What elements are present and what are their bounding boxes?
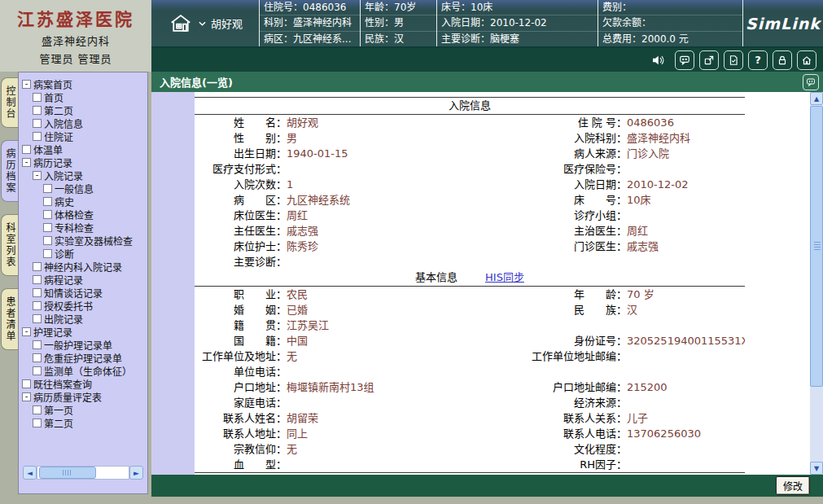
field-label: 工作单位地址邮编： — [470, 348, 627, 364]
checkbox-icon[interactable] — [33, 119, 42, 128]
collapse-icon[interactable]: - — [22, 392, 31, 401]
his-sync-link[interactable]: HIS同步 — [485, 270, 524, 286]
tree-item[interactable]: -护理记录 — [20, 325, 146, 338]
field-label: 联系人电话： — [470, 426, 627, 441]
footer-bar: 修改 — [151, 475, 823, 497]
home-icon[interactable] — [797, 50, 816, 70]
scroll-up-button[interactable]: ▲ — [810, 92, 823, 105]
tree-item[interactable]: 一般护理记录单 — [20, 338, 146, 351]
tree-item-label: 第二页 — [44, 103, 73, 117]
checkbox-icon[interactable] — [33, 301, 42, 310]
external-window-icon[interactable] — [699, 50, 719, 70]
checkbox-icon[interactable] — [43, 249, 52, 258]
field-value: 盛泽神经内科 — [627, 130, 690, 146]
sidebar-tab-2[interactable]: 病历档案 — [1, 140, 18, 202]
tree-item[interactable]: 病史 — [20, 195, 146, 208]
tree-item[interactable]: 既往档案查询 — [20, 377, 146, 390]
form-cell-right: 身份证号：32052519400115531X — [470, 333, 745, 348]
chat-icon[interactable] — [675, 50, 694, 70]
tree-item[interactable]: 知情谈话记录 — [20, 286, 146, 299]
checkbox-icon[interactable] — [33, 288, 42, 297]
tree-item[interactable]: -病历质量评定表 — [20, 390, 146, 403]
tree-item-label: 首页 — [44, 90, 63, 104]
field-label: RH因子： — [470, 457, 627, 472]
checkbox-icon[interactable] — [43, 197, 52, 206]
tree-item[interactable]: 体格检查 — [20, 208, 146, 221]
tree-item[interactable]: 病程记录 — [20, 273, 146, 286]
checkbox-icon[interactable] — [33, 262, 42, 271]
tree-item[interactable]: 体温单 — [20, 142, 146, 156]
checkbox-icon[interactable] — [33, 275, 42, 284]
scroll-right-button[interactable]: ► — [129, 466, 143, 480]
home-menu-button[interactable]: 胡好观 — [151, 0, 259, 46]
sidebar-tab-3[interactable]: 科室列表 — [1, 214, 18, 276]
help-icon[interactable]: ? — [748, 50, 768, 70]
checkbox-icon[interactable] — [33, 366, 42, 375]
lock-icon[interactable] — [773, 50, 792, 70]
form-cell-left: 入院次数：1 — [195, 177, 470, 192]
chat-icon[interactable] — [803, 74, 819, 90]
modify-button[interactable]: 修改 — [776, 476, 810, 495]
collapse-icon[interactable]: - — [22, 80, 31, 89]
tree-item-label: 专科检查 — [55, 221, 94, 234]
checkbox-icon[interactable] — [43, 210, 52, 219]
field-value: 0486036 — [627, 115, 674, 130]
collapse-icon[interactable]: - — [22, 327, 31, 336]
checkbox-icon[interactable] — [43, 184, 52, 193]
help-glyph: ? — [755, 54, 761, 66]
checkbox-icon[interactable] — [33, 93, 42, 102]
checkbox-icon[interactable] — [22, 379, 31, 388]
collapse-icon[interactable]: - — [33, 171, 42, 180]
checkbox-icon[interactable] — [33, 106, 42, 115]
tree-item[interactable]: 第一页 — [20, 403, 146, 416]
checkbox-icon[interactable] — [33, 314, 42, 323]
sidebar-tab-1[interactable]: 控制台 — [1, 77, 18, 128]
tree-item[interactable]: 实验室及器械检查 — [20, 234, 146, 247]
checkbox-icon[interactable] — [33, 419, 42, 427]
field-label: 入院科别： — [470, 130, 627, 146]
checkbox-icon[interactable] — [22, 145, 31, 154]
sidebar-horizontal-scrollbar: ◄ ► — [23, 466, 143, 480]
tree-item[interactable]: 专科检查 — [20, 221, 146, 234]
checkbox-icon[interactable] — [43, 223, 52, 232]
speaker-icon[interactable] — [649, 51, 667, 69]
field-value: 九区神经系统 — [287, 192, 350, 208]
tree-item[interactable]: 首页 — [20, 90, 146, 103]
vertical-scrollbar-thumb[interactable] — [810, 106, 823, 387]
field-value: 胡好观 — [287, 115, 318, 130]
field-label: 病 区： — [195, 192, 287, 208]
field-value: 汉 — [627, 302, 637, 318]
tree-item[interactable]: -入院记录 — [20, 169, 146, 182]
tree-item[interactable]: 监测单（生命体征） — [20, 364, 146, 377]
scroll-left-button[interactable]: ◄ — [23, 466, 37, 480]
tree-item-label: 出院记录 — [44, 312, 83, 326]
sidebar-tab-4[interactable]: 患者清单 — [1, 288, 18, 350]
tree-item[interactable]: 出院记录 — [20, 312, 146, 325]
checkbox-icon[interactable] — [43, 236, 52, 245]
tree-item[interactable]: 入院信息 — [20, 116, 146, 129]
tree-item[interactable]: 第二页 — [20, 416, 146, 429]
tree-item[interactable]: 第二页 — [20, 103, 146, 116]
form-cell-left: 性 别：男 — [195, 130, 470, 146]
checkbox-icon[interactable] — [33, 340, 42, 349]
tree-item[interactable]: -病案首页 — [20, 77, 146, 90]
tree-item[interactable]: 授权委托书 — [20, 299, 146, 312]
field-value: 江苏吴江 — [287, 318, 329, 333]
form-cell-right: 工作单位地址邮编： — [470, 348, 745, 364]
collapse-icon[interactable]: - — [22, 158, 31, 167]
tree-item[interactable]: 住院证 — [20, 129, 146, 142]
checkbox-icon[interactable] — [33, 405, 42, 414]
checkbox-icon[interactable] — [33, 132, 42, 141]
scroll-down-button[interactable]: ▼ — [810, 462, 823, 475]
checkbox-icon[interactable] — [33, 353, 42, 362]
tree-item[interactable]: -病历记录 — [20, 156, 146, 169]
tree-item[interactable]: 诊断 — [20, 247, 146, 260]
tree-item[interactable]: 神经内科入院记录 — [20, 260, 146, 273]
document-edit-icon[interactable] — [724, 50, 743, 70]
tree-item[interactable]: 一般信息 — [20, 182, 146, 195]
tree-item[interactable]: 危重症护理记录单 — [20, 351, 146, 364]
scrollbar-track[interactable] — [37, 466, 129, 480]
field-label: 婚 姻： — [195, 302, 287, 318]
field-value: 1940-01-15 — [287, 146, 348, 161]
scrollbar-thumb[interactable] — [39, 467, 96, 479]
